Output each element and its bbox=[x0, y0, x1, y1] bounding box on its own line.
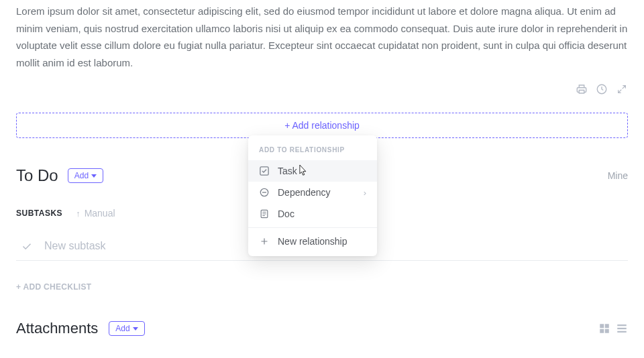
attachments-heading: Attachments bbox=[16, 320, 98, 337]
arrow-up-icon: ↑ bbox=[76, 208, 80, 219]
attachments-add-button-label: Add bbox=[115, 324, 129, 333]
grid-view-icon[interactable] bbox=[598, 322, 610, 335]
popup-item-new-relationship[interactable]: New relationship bbox=[248, 231, 377, 252]
description-text: Lorem ipsum dolor sit amet, consectetur … bbox=[16, 0, 628, 71]
task-icon bbox=[259, 166, 270, 176]
chevron-down-icon bbox=[133, 327, 138, 331]
status-add-button-label: Add bbox=[74, 171, 89, 180]
popup-item-doc[interactable]: Doc bbox=[248, 203, 377, 225]
check-icon bbox=[21, 243, 32, 250]
cursor-pointer-icon bbox=[295, 164, 310, 178]
manual-sort-tab[interactable]: ↑ Manual bbox=[76, 208, 115, 219]
svg-rect-7 bbox=[617, 331, 627, 333]
svg-rect-3 bbox=[600, 329, 604, 333]
chevron-right-icon: › bbox=[364, 188, 366, 198]
status-label[interactable]: To Do bbox=[16, 166, 58, 185]
svg-rect-1 bbox=[600, 324, 604, 328]
action-icons-row bbox=[16, 83, 628, 95]
history-icon[interactable] bbox=[596, 83, 608, 95]
mine-filter-label[interactable]: Mine bbox=[608, 170, 628, 181]
relationship-popup-header: ADD TO RELATIONSHIP bbox=[248, 142, 377, 160]
subtasks-heading: SUBTASKS bbox=[16, 208, 62, 218]
add-relationship-button[interactable]: + Add relationship bbox=[16, 113, 628, 138]
plus-icon bbox=[259, 236, 270, 247]
list-view-icon[interactable] bbox=[616, 322, 628, 335]
relationship-popup: ADD TO RELATIONSHIP Task Dependency › Do… bbox=[248, 135, 377, 256]
status-add-button[interactable]: Add bbox=[68, 168, 103, 183]
chevron-down-icon bbox=[91, 174, 97, 178]
svg-rect-2 bbox=[605, 324, 609, 328]
popup-item-label: Dependency bbox=[278, 187, 356, 198]
dependency-icon bbox=[259, 187, 270, 198]
popup-item-label: New relationship bbox=[278, 236, 366, 247]
print-icon[interactable] bbox=[576, 83, 588, 95]
popup-item-task[interactable]: Task bbox=[248, 160, 377, 182]
expand-icon[interactable] bbox=[616, 83, 628, 95]
doc-icon bbox=[259, 208, 270, 219]
svg-rect-8 bbox=[260, 167, 268, 175]
attachments-add-button[interactable]: Add bbox=[109, 321, 144, 336]
popup-item-label: Task bbox=[278, 166, 366, 176]
popup-divider bbox=[248, 227, 377, 228]
popup-item-label: Doc bbox=[278, 208, 366, 219]
svg-rect-4 bbox=[605, 329, 609, 333]
manual-sort-label: Manual bbox=[85, 208, 115, 219]
new-subtask-placeholder: New subtask bbox=[44, 240, 106, 252]
add-checklist-button[interactable]: + ADD CHECKLIST bbox=[16, 282, 628, 292]
popup-item-dependency[interactable]: Dependency › bbox=[248, 182, 377, 203]
svg-rect-6 bbox=[617, 328, 627, 329]
svg-rect-5 bbox=[617, 324, 627, 326]
